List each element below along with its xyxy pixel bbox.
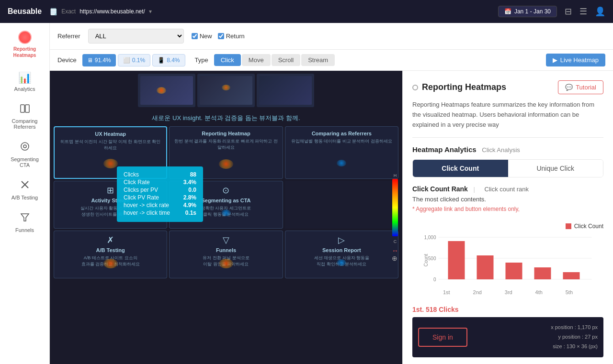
checkbox-return-label: Return — [226, 33, 245, 40]
date-range-text: Jan 1 - Jan 30 — [514, 8, 551, 15]
checkbox-new-input[interactable] — [192, 33, 198, 39]
analytics-sub: Click Analysis — [482, 146, 520, 154]
rp-title-group: Reporting Heatmaps — [412, 82, 506, 92]
sidebar-logo-dot — [18, 31, 32, 44]
sidebar: ReportingHeatmaps 📊 Analytics ComparingR… — [0, 23, 50, 364]
type-move-btn[interactable]: Move — [242, 54, 271, 66]
referrer-label: Referrer — [57, 33, 80, 40]
tab-unique-click[interactable]: Unique Click — [508, 160, 603, 177]
tab-click-count[interactable]: Click Count — [413, 160, 508, 177]
hm-card-comparing-desc: 유입채널별 행동 데이터를 비교 분석하여 검증하세요 — [289, 138, 394, 144]
sidebar-item-analytics[interactable]: 📊 Analytics — [0, 66, 49, 98]
hm-dot-funnels — [219, 259, 233, 268]
hm-card-row-2: ⊞ Activity Stream 실시간 사용자 활동 스트림으로생생한 인사… — [50, 179, 402, 231]
hm-header-text: 새로운 UX insight. 분석과 검증을 돕는 뷰저블과 함께. — [50, 110, 402, 126]
checkbox-return-input[interactable] — [218, 33, 224, 39]
tooltip-click-rate: Click Rate 3.4% — [124, 179, 196, 186]
top-header: Beusable 🗒️ Exact https://www.beusable.n… — [0, 0, 613, 23]
result-image-box: Sign in x position : 1,170 px y position… — [412, 317, 603, 357]
hm-card-ux-title: UX Heatmap — [58, 131, 162, 137]
legend-expand-btn[interactable]: ↔ — [392, 247, 398, 254]
right-panel: Reporting Heatmaps 💬 Tutorial Reporting … — [402, 71, 613, 364]
checkbox-return[interactable]: Return — [218, 33, 245, 40]
sidebar-item-comparing[interactable]: ComparingReferrers — [0, 98, 49, 135]
session-card-icon: ▷ — [289, 235, 394, 245]
url-dropdown-icon[interactable]: ▾ — [149, 8, 152, 15]
sidebar-item-abtesting[interactable]: A/B Testing — [0, 174, 49, 206]
page-icon: 🗒️ — [49, 8, 57, 15]
device-tablet-btn[interactable]: ⬜ 0.1% — [118, 54, 150, 66]
hm-dot-comparing — [337, 160, 346, 166]
hm-top-img-1 — [138, 74, 195, 107]
hm-top-img-inner-2 — [200, 76, 252, 105]
chart-label-4: 4th — [535, 289, 543, 295]
menu-icon[interactable]: ☰ — [579, 6, 587, 17]
sidebar-funnels-label: Funnels — [15, 227, 34, 233]
hm-top-images — [50, 71, 402, 110]
tooltip-cpv-val: 0.0 — [188, 187, 196, 193]
hm-dot-ab — [103, 259, 118, 268]
sidebar-comparing-label: ComparingReferrers — [12, 118, 38, 130]
type-scroll-btn[interactable]: Scroll — [272, 54, 301, 66]
tooltip-cpv-label: Clicks per PV — [124, 187, 158, 193]
color-legend: H C ↔ ⊕ — [392, 173, 398, 262]
rank-info: Click Count Rank | Click count rank — [412, 185, 603, 193]
chart-legend-box — [566, 223, 571, 229]
url-bar: 🗒️ Exact https://www.beusable.net/ ▾ — [49, 8, 490, 15]
sidebar-logo[interactable]: ReportingHeatmaps — [10, 27, 40, 62]
device-mobile-btn[interactable]: 📱 8.4% — [152, 54, 185, 66]
tooltip-hct-val: 0.1s — [185, 210, 196, 216]
controls-bar: Referrer ALL New Return — [50, 23, 613, 50]
tooltip-hover-click-rate: hover -> click rate 4.9% — [124, 202, 196, 209]
tablet-icon: ⬜ — [123, 57, 130, 64]
legend-c-label: C — [394, 239, 397, 244]
tablet-pct: 0.1% — [132, 57, 145, 64]
result-rank-text: 1st. 518 Clicks — [412, 306, 603, 313]
chart-label-3: 3rd — [505, 289, 512, 295]
tooltip-hcr-val: 4.9% — [183, 202, 196, 209]
sidebar-item-funnels[interactable]: Funnels — [0, 206, 49, 239]
checkbox-new[interactable]: New — [192, 33, 212, 40]
type-stream-btn[interactable]: Stream — [301, 54, 335, 66]
lower-area: 새로운 UX insight. 분석과 검증을 돕는 뷰저블과 함께. UX H… — [50, 71, 613, 364]
tooltip-clicks: Clicks 88 — [124, 171, 196, 178]
header-right: 📅 Jan 1 - Jan 30 ⊟ ☰ 👤 — [498, 6, 605, 17]
url-type-label: Exact — [61, 8, 76, 15]
type-click-btn[interactable]: Click — [214, 54, 241, 66]
mobile-icon: 📱 — [158, 57, 165, 64]
abtesting-icon — [20, 179, 30, 193]
legend-collapse-btn[interactable]: ⊕ — [392, 254, 398, 262]
position-info: x position : 1,170 px y position : 27 px… — [551, 323, 598, 351]
checkbox-new-label: New — [200, 33, 212, 40]
device-desktop-btn[interactable]: 🖥 91.4% — [82, 54, 116, 66]
rank-note: * Aggregate link and button elements onl… — [412, 206, 603, 212]
calendar-icon: 📅 — [504, 8, 511, 15]
tooltip-clicks-pv: Clicks per PV 0.0 — [124, 187, 196, 193]
device-label: Device — [57, 56, 77, 64]
referrer-select[interactable]: ALL — [88, 29, 184, 44]
checkbox-group: New Return — [192, 33, 245, 40]
mobile-pct: 8.4% — [167, 57, 180, 64]
hm-top-img-inner-3 — [259, 76, 312, 105]
date-range-badge[interactable]: 📅 Jan 1 - Jan 30 — [498, 6, 557, 17]
tooltip-clicks-val: 88 — [190, 171, 196, 178]
user-icon[interactable]: 👤 — [595, 6, 605, 17]
sidebar-item-segmenting[interactable]: SegmentingCTA — [0, 135, 49, 174]
hm-card-funnels-title: Funnels — [173, 247, 278, 253]
tooltip-hcr-label: hover -> click rate — [124, 202, 169, 209]
desktop-icon: 🖥 — [87, 57, 93, 64]
live-heatmap-btn[interactable]: ▶ Live Heatmap — [546, 54, 605, 66]
sidebar-segmenting-label: SegmentingCTA — [11, 156, 39, 168]
tutorial-icon: 💬 — [565, 84, 573, 91]
tooltip-hover-click-time: hover -> click time 0.1s — [124, 210, 196, 216]
pages-icon[interactable]: ⊟ — [565, 6, 572, 17]
rank-title: Click Count Rank — [412, 185, 468, 193]
legend-arrows: ↔ ⊕ — [392, 247, 398, 262]
analytics-header: Heatmap Analytics Click Analysis — [412, 145, 603, 154]
x-position: x position : 1,170 px — [551, 323, 598, 332]
main-content: ReportingHeatmaps 📊 Analytics ComparingR… — [0, 23, 613, 364]
tooltip-clicks-label: Clicks — [124, 171, 139, 178]
tooltip-cpvr-label: Click PV Rate — [124, 194, 159, 201]
hm-dot-session — [337, 259, 346, 266]
tutorial-btn[interactable]: 💬 Tutorial — [558, 80, 603, 94]
